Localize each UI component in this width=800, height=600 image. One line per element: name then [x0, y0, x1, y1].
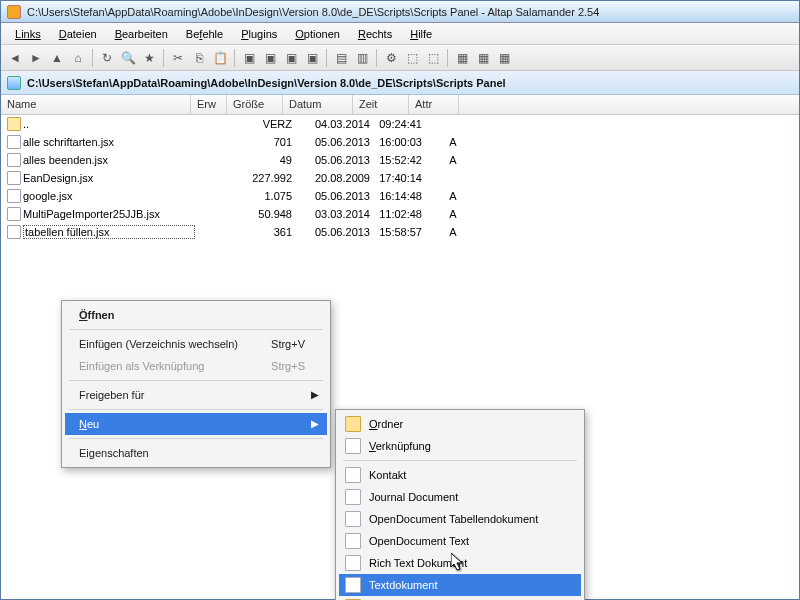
tb-root-icon[interactable]: ⌂: [68, 48, 88, 68]
file-size: VERZ: [240, 118, 300, 130]
contact-icon: [345, 467, 361, 483]
file-icon: [7, 135, 21, 149]
tb-btn-icon[interactable]: ▦: [494, 48, 514, 68]
parent-folder-icon: [7, 117, 21, 131]
file-name: alle schriftarten.jsx: [23, 136, 195, 148]
tb-back-icon[interactable]: ◄: [5, 48, 25, 68]
tb-btn-icon[interactable]: ▣: [239, 48, 259, 68]
list-item[interactable]: EanDesign.jsx 227.992 20.08.2009 17:40:1…: [1, 169, 799, 187]
spreadsheet-icon: [345, 511, 361, 527]
col-date[interactable]: Datum: [283, 95, 353, 114]
col-ext[interactable]: Erw: [191, 95, 227, 114]
ctx-open[interactable]: Öffnen: [65, 304, 327, 326]
list-item-selected[interactable]: tabellen füllen.jsx 361 05.06.2013 15:58…: [1, 223, 799, 241]
sub-zip[interactable]: ZIP-komprimierter Ordner: [339, 596, 581, 600]
file-time: 09:24:41: [370, 118, 428, 130]
file-pane[interactable]: .. VERZ 04.03.2014 09:24:41 alle schrift…: [1, 115, 799, 599]
journal-icon: [345, 489, 361, 505]
file-icon: [7, 153, 21, 167]
context-menu: Öffnen Einfügen (Verzeichnis wechseln)St…: [61, 300, 331, 468]
tb-paste-icon[interactable]: 📋: [210, 48, 230, 68]
sub-rtf[interactable]: Rich Text Dokument: [339, 552, 581, 574]
tb-btn-icon[interactable]: ⬚: [402, 48, 422, 68]
menu-plugins[interactable]: Plugins: [233, 26, 285, 42]
file-icon: [7, 225, 21, 239]
sub-ods[interactable]: OpenDocument Tabellendokument: [339, 508, 581, 530]
menu-rechts[interactable]: Rechts: [350, 26, 400, 42]
menu-bearbeiten[interactable]: Bearbeiten: [107, 26, 176, 42]
path-text: C:\Users\Stefan\AppData\Roaming\Adobe\In…: [27, 77, 506, 89]
menu-dateien[interactable]: Dateien: [51, 26, 105, 42]
window-title: C:\Users\Stefan\AppData\Roaming\Adobe\In…: [27, 6, 793, 18]
col-name[interactable]: Name: [1, 95, 191, 114]
file-name: ..: [23, 118, 195, 130]
tb-btn-icon[interactable]: ▦: [452, 48, 472, 68]
app-icon: [7, 5, 21, 19]
ctx-sep: [69, 380, 323, 381]
sub-text-document[interactable]: Textdokument: [339, 574, 581, 596]
text-file-icon: [345, 577, 361, 593]
sub-contact[interactable]: Kontakt: [339, 464, 581, 486]
column-headers: Name Erw Größe Datum Zeit Attr: [1, 95, 799, 115]
shortcut-label: Strg+V: [271, 338, 305, 350]
tb-btn-icon[interactable]: ▤: [331, 48, 351, 68]
tb-btn-icon[interactable]: ▣: [260, 48, 280, 68]
tb-sep: [92, 49, 93, 67]
col-time[interactable]: Zeit: [353, 95, 409, 114]
tb-sep: [234, 49, 235, 67]
ctx-paste-link: Einfügen als VerknüpfungStrg+S: [65, 355, 327, 377]
folder-icon: [345, 416, 361, 432]
menu-hilfe[interactable]: Hilfe: [402, 26, 440, 42]
menu-links[interactable]: Links: [7, 26, 49, 42]
tb-sep: [163, 49, 164, 67]
ctx-paste[interactable]: Einfügen (Verzeichnis wechseln)Strg+V: [65, 333, 327, 355]
app-window: C:\Users\Stefan\AppData\Roaming\Adobe\In…: [0, 0, 800, 600]
file-icon: [7, 207, 21, 221]
tb-btn-icon[interactable]: ▣: [302, 48, 322, 68]
tb-sep: [326, 49, 327, 67]
tb-sep: [447, 49, 448, 67]
sub-journal[interactable]: Journal Document: [339, 486, 581, 508]
file-date: 04.03.2014: [300, 118, 370, 130]
tb-btn-icon[interactable]: ▥: [352, 48, 372, 68]
list-item[interactable]: google.jsx 1.075 05.06.2013 16:14:48 A: [1, 187, 799, 205]
ctx-sep: [343, 460, 577, 461]
tb-fwd-icon[interactable]: ►: [26, 48, 46, 68]
sub-shortcut[interactable]: Verknüpfung: [339, 435, 581, 457]
ctx-sep: [69, 438, 323, 439]
col-size[interactable]: Größe: [227, 95, 283, 114]
pathbar[interactable]: C:\Users\Stefan\AppData\Roaming\Adobe\In…: [1, 71, 799, 95]
list-item[interactable]: MultiPageImporter25JJB.jsx 50.948 03.03.…: [1, 205, 799, 223]
col-attr[interactable]: Attr: [409, 95, 459, 114]
tb-refresh-icon[interactable]: ↻: [97, 48, 117, 68]
tb-btn-icon[interactable]: ▦: [473, 48, 493, 68]
ctx-properties[interactable]: Eigenschaften: [65, 442, 327, 464]
document-icon: [345, 555, 361, 571]
ctx-new[interactable]: Neu▶: [65, 413, 327, 435]
list-item[interactable]: alles beenden.jsx 49 05.06.2013 15:52:42…: [1, 151, 799, 169]
shortcut-icon: [345, 438, 361, 454]
tb-cut-icon[interactable]: ✂: [168, 48, 188, 68]
drive-icon[interactable]: [7, 76, 21, 90]
tb-btn-icon[interactable]: ▣: [281, 48, 301, 68]
titlebar: C:\Users\Stefan\AppData\Roaming\Adobe\In…: [1, 1, 799, 23]
chevron-right-icon: ▶: [311, 389, 319, 400]
list-item[interactable]: alle schriftarten.jsx 701 05.06.2013 16:…: [1, 133, 799, 151]
toolbar: ◄ ► ▲ ⌂ ↻ 🔍 ★ ✂ ⎘ 📋 ▣ ▣ ▣ ▣ ▤ ▥ ⚙ ⬚ ⬚ ▦ …: [1, 45, 799, 71]
document-icon: [345, 533, 361, 549]
tb-btn-icon[interactable]: ⚙: [381, 48, 401, 68]
sub-odt[interactable]: OpenDocument Text: [339, 530, 581, 552]
tb-copy-icon[interactable]: ⎘: [189, 48, 209, 68]
tb-up-icon[interactable]: ▲: [47, 48, 67, 68]
menu-befehle[interactable]: Befehle: [178, 26, 231, 42]
tb-find-icon[interactable]: 🔍: [118, 48, 138, 68]
ctx-sep: [69, 409, 323, 410]
tb-sep: [376, 49, 377, 67]
chevron-right-icon: ▶: [311, 418, 319, 429]
tb-btn-icon[interactable]: ⬚: [423, 48, 443, 68]
tb-fav-icon[interactable]: ★: [139, 48, 159, 68]
list-item[interactable]: .. VERZ 04.03.2014 09:24:41: [1, 115, 799, 133]
sub-folder[interactable]: Ordner: [339, 413, 581, 435]
ctx-share[interactable]: Freigeben für▶: [65, 384, 327, 406]
menu-optionen[interactable]: Optionen: [287, 26, 348, 42]
